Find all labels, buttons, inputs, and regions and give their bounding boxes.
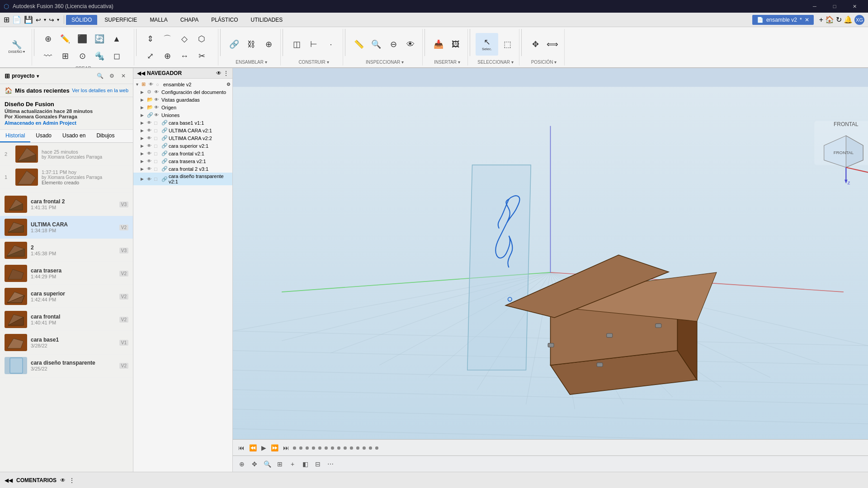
- timeline-marker[interactable]: ⏺: [317, 445, 322, 450]
- nav-item-cara-trasera[interactable]: ▶ 👁 □ 🔗 cara trasera v2:1: [133, 157, 232, 165]
- tab-historial[interactable]: Historial: [0, 130, 30, 142]
- zoom-in-button[interactable]: +: [287, 459, 298, 469]
- measure-button[interactable]: 📏: [351, 36, 367, 52]
- list-item-ultima-cara[interactable]: ULTIMA CARA 1:34:18 PM V2: [0, 216, 133, 239]
- rigid-joint-button[interactable]: ⛓: [243, 36, 259, 52]
- close-button[interactable]: ✕: [844, 0, 864, 13]
- redo-dropdown-icon[interactable]: ▾: [57, 17, 59, 22]
- more-button[interactable]: ⋯: [325, 459, 336, 469]
- fit-button[interactable]: ⊞: [274, 459, 285, 469]
- fillet-button[interactable]: ⌒: [159, 31, 175, 47]
- joint-button[interactable]: 🔗: [226, 36, 242, 52]
- sidebar-search-button[interactable]: 🔍: [95, 71, 105, 81]
- thread-button[interactable]: 🔩: [91, 48, 108, 64]
- tab-mesh[interactable]: MALLA: [144, 15, 173, 25]
- timeline-marker[interactable]: ⏺: [349, 445, 354, 450]
- timeline-last-button[interactable]: ⏭: [281, 443, 291, 452]
- extend-button[interactable]: ⇔: [159, 65, 175, 68]
- undo-icon[interactable]: ↩: [36, 16, 41, 23]
- align-button[interactable]: ⟺: [544, 36, 561, 52]
- interference-button[interactable]: 🔍: [368, 36, 384, 52]
- scale-button[interactable]: ⤢: [142, 48, 158, 64]
- undo-dropdown-icon[interactable]: ▾: [44, 17, 46, 22]
- tab-sheet[interactable]: CHAPA: [175, 15, 204, 25]
- timeline-marker[interactable]: ⏺: [292, 445, 297, 450]
- doc-close-icon[interactable]: ✕: [805, 17, 809, 23]
- hole-button[interactable]: ⊙: [74, 48, 90, 64]
- list-item-cara-trasera[interactable]: cara trasera 1:44:29 PM V2: [0, 262, 133, 285]
- nav-item-config[interactable]: ▶ ⚙ 👁 Configuración del documento: [133, 88, 232, 96]
- list-item-cara-superior[interactable]: cara superior 1:42:44 PM V2: [0, 285, 133, 308]
- insert-button[interactable]: 📥: [430, 36, 447, 52]
- move-button[interactable]: ✥: [527, 36, 543, 52]
- tab-surface[interactable]: SUPERFICIE: [99, 15, 142, 25]
- display-settings-button[interactable]: 👁: [402, 36, 419, 52]
- sweep-button[interactable]: 〰: [40, 48, 56, 64]
- nav-eye-root[interactable]: 👁: [149, 82, 155, 87]
- home-icon[interactable]: 🏠: [5, 87, 12, 94]
- section-button[interactable]: ⊖: [385, 36, 401, 52]
- list-item-cara-diseno-transparente[interactable]: cara diseño transparente 3/25/22 V2: [0, 354, 133, 377]
- file-icon[interactable]: 📄: [12, 15, 21, 24]
- list-item-cara-frontal-2[interactable]: cara frontal 2 1:41:31 PM V3: [0, 193, 133, 216]
- tab-plastic[interactable]: PLÁSTICO: [206, 15, 243, 25]
- decal-button[interactable]: 🖼: [448, 36, 464, 52]
- loft-button[interactable]: ▲: [108, 31, 125, 47]
- sketch-button[interactable]: ✏️: [57, 31, 73, 47]
- timeline-marker[interactable]: ⏺: [374, 445, 379, 450]
- diseno-dropdown-button[interactable]: 🔧 DISEÑO ▾: [5, 36, 28, 59]
- box-button[interactable]: ◻: [108, 48, 125, 64]
- timeline-play-button[interactable]: ▶: [259, 443, 268, 452]
- timeline-marker[interactable]: ⏺: [362, 445, 367, 450]
- trim-button[interactable]: ✂: [142, 65, 158, 68]
- tab-solid[interactable]: SÓLIDO: [66, 15, 97, 25]
- rib-button[interactable]: ⊞: [57, 48, 73, 64]
- zoom-button[interactable]: 🔍: [262, 459, 273, 469]
- timeline-marker[interactable]: ⏺: [311, 445, 316, 450]
- recent-link-button[interactable]: Ver los detalles en la web: [72, 88, 128, 93]
- tab-usado-en[interactable]: Usado en: [57, 130, 91, 142]
- press-pull-button[interactable]: ⇕: [142, 31, 158, 47]
- nav-item-cara-frontal[interactable]: ▶ 👁 □ 🔗 cara frontal v2:1: [133, 150, 232, 157]
- nav-item-vistas[interactable]: ▶ 📂 👁 Vistas guardadas: [133, 96, 232, 103]
- nav-item-root[interactable]: ▼ ⊞ 👁 ○ ensamble v2 ⚙: [133, 80, 232, 88]
- home-tab-icon[interactable]: 🏠: [825, 15, 834, 24]
- project-selector[interactable]: ⊞ proyecto ▾: [5, 72, 39, 80]
- axis-button[interactable]: ⊢: [306, 36, 322, 52]
- list-item-cara-base1[interactable]: cara base1 3/28/22 V1: [0, 331, 133, 354]
- timeline-marker[interactable]: ⏺: [330, 445, 335, 450]
- timeline-marker[interactable]: ⏺: [324, 445, 329, 450]
- grid-icon[interactable]: ⊞: [4, 15, 9, 24]
- window-select-button[interactable]: ⬚: [499, 36, 515, 52]
- select-tool-button[interactable]: ↖ Selec.: [476, 33, 498, 56]
- comments-back-icon[interactable]: ◀◀: [5, 477, 13, 483]
- nav-item-cara-frontal-2[interactable]: ▶ 👁 □ 🔗 cara frontal 2 v3:1: [133, 165, 232, 173]
- account-icon[interactable]: XG: [854, 15, 864, 25]
- nav-item-ultima-cara-2[interactable]: ▶ 👁 □ 🔗 ULTIMA CARA v2:2: [133, 134, 232, 142]
- notify-icon[interactable]: 🔔: [844, 15, 853, 24]
- orbit-button[interactable]: ⊕: [236, 459, 247, 469]
- nav-more-icon[interactable]: ⋮: [223, 70, 229, 76]
- timeline-marker[interactable]: ⏺: [355, 445, 360, 450]
- minimize-button[interactable]: ─: [805, 0, 825, 13]
- save-icon[interactable]: 💾: [24, 15, 33, 24]
- nav-item-cara-superior[interactable]: ▶ 👁 □ 🔗 cara superior v2:1: [133, 142, 232, 150]
- comments-eye-icon[interactable]: 👁: [60, 477, 66, 483]
- nav-settings-icon[interactable]: ⚙: [226, 82, 231, 87]
- tab-utilities[interactable]: UTILIDADES: [245, 15, 288, 25]
- list-item-2[interactable]: 2 1:45:38 PM V3: [0, 239, 133, 262]
- joint-origin-button[interactable]: ⊕: [260, 36, 277, 52]
- nav-item-ultima-cara-1[interactable]: ▶ 👁 □ 🔗 ULTIMA CARA v2:1: [133, 127, 232, 134]
- sidebar-settings-button[interactable]: ⚙: [107, 71, 117, 81]
- grid-button[interactable]: ⊟: [312, 459, 323, 469]
- nav-item-cara-base1[interactable]: ▶ 👁 □ 🔗 cara base1 v1:1: [133, 119, 232, 127]
- point-button[interactable]: ·: [323, 36, 339, 52]
- nav-item-cara-diseno-transparente[interactable]: ▶ 👁 □ 🔗 cara diseño transparente v2:1: [133, 173, 232, 185]
- replace-face-button[interactable]: ↔: [176, 48, 193, 64]
- viewport[interactable]: FRONTAL FRONTAL Z X ⏮ ⏪ ▶: [233, 68, 868, 472]
- revolve-button[interactable]: 🔄: [91, 31, 108, 47]
- maximize-button[interactable]: □: [825, 0, 844, 13]
- active-document-tab[interactable]: 📄 ensamble v2 * ✕: [752, 15, 814, 25]
- tab-usado[interactable]: Usado: [30, 130, 57, 142]
- list-item-cara-frontal[interactable]: cara frontal 1:40:41 PM V2: [0, 308, 133, 331]
